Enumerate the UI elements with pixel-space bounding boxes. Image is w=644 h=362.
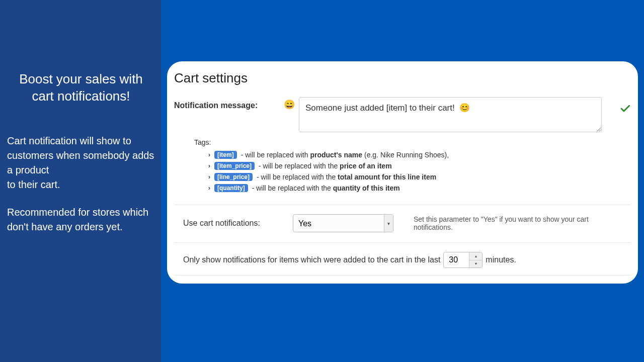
- tag-pill-quantity[interactable]: [quantity]: [214, 184, 248, 192]
- tag-description: - will be replaced with the total amount…: [257, 173, 436, 181]
- tag-description: - will be replaced with product's name (…: [241, 151, 449, 159]
- tags-label: Tags:: [194, 138, 631, 146]
- minutes-suffix-text: minutes.: [486, 255, 516, 264]
- use-cart-notifications-row: Use cart notifications: Yes ▾ Set this p…: [167, 205, 638, 242]
- tag-pill-item-price[interactable]: [item_price]: [214, 162, 255, 170]
- promo-paragraph-1: Cart notification will show to customers…: [7, 134, 155, 192]
- tag-pill-item[interactable]: [item]: [214, 151, 237, 159]
- use-cart-notifications-help: Set this parameter to "Yes" if you want …: [414, 215, 595, 231]
- chevron-right-icon: ›: [208, 173, 210, 180]
- chevron-right-icon: ›: [208, 162, 210, 169]
- minutes-row: Only show notifications for items which …: [167, 243, 638, 275]
- chevron-right-icon: ›: [208, 185, 210, 192]
- notification-message-input[interactable]: Someone just added [item] to their cart!…: [299, 97, 602, 132]
- minutes-prefix-text: Only show notifications for items which …: [183, 255, 440, 264]
- promo-paragraph-2: Recommended for stores which don't have …: [7, 205, 155, 234]
- page-title: Cart settings: [167, 70, 638, 97]
- check-icon: [606, 97, 630, 115]
- emoji-picker-button[interactable]: 😄: [284, 97, 295, 110]
- notification-message-row: Notification message: 😄 Someone just add…: [167, 97, 638, 132]
- use-cart-notifications-select-wrap: Yes ▾: [293, 214, 393, 232]
- tag-pill-line-price[interactable]: [line_price]: [214, 173, 253, 181]
- minutes-input[interactable]: [443, 252, 482, 268]
- notification-message-label: Notification message:: [174, 97, 280, 110]
- use-cart-notifications-label: Use cart notifications:: [183, 219, 284, 228]
- tag-line: › [item] - will be replaced with product…: [194, 149, 631, 160]
- promo-headline: Boost your sales with cart notifications…: [7, 70, 155, 105]
- tag-line: › [quantity] - will be replaced with the…: [194, 183, 631, 194]
- tag-description: - will be replaced with the price of an …: [259, 162, 392, 170]
- main-area: Cart settings Notification message: 😄 So…: [161, 0, 644, 362]
- tags-section: Tags: › [item] - will be replaced with p…: [167, 132, 638, 205]
- use-cart-notifications-select[interactable]: Yes: [293, 214, 393, 232]
- tag-line: › [line_price] - will be replaced with t…: [194, 171, 631, 183]
- promo-sidebar: Boost your sales with cart notifications…: [0, 0, 161, 362]
- divider: [174, 275, 631, 276]
- tag-description: - will be replaced with the quantity of …: [252, 184, 400, 192]
- cart-settings-card: Cart settings Notification message: 😄 So…: [167, 61, 638, 284]
- chevron-right-icon: ›: [208, 151, 210, 158]
- tag-line: › [item_price] - will be replaced with t…: [194, 160, 631, 171]
